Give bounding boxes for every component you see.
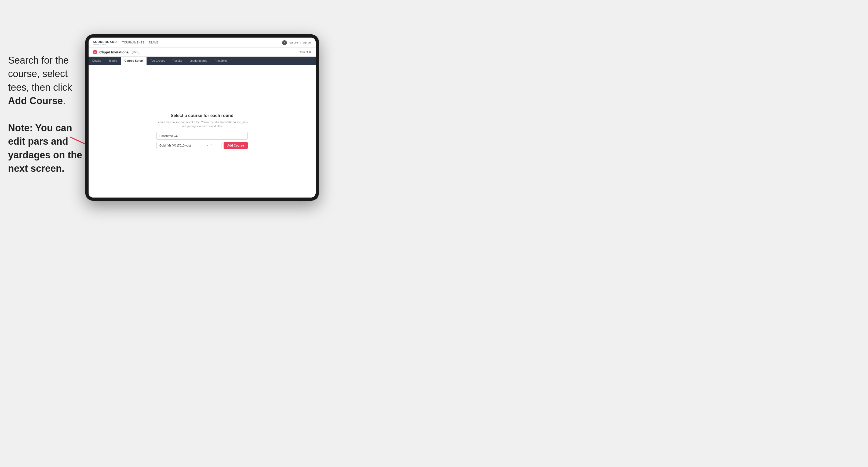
tab-details[interactable]: Details bbox=[89, 57, 105, 65]
tee-value: Gold (M) (M) (7010 yds) bbox=[159, 144, 191, 147]
annotation-block: Search for the course, select tees, then… bbox=[8, 54, 83, 176]
tablet-device: SCOREBOARD Powered by clippd TOURNAMENTS… bbox=[85, 34, 319, 201]
main-content: Select a course for each round Search fo… bbox=[89, 65, 316, 197]
tournament-header: C Clippd Invitational (Men) Cancel ✕ bbox=[89, 48, 316, 57]
tab-tee-groups[interactable]: Tee Groups bbox=[147, 57, 169, 65]
annotation-line1-end: . bbox=[63, 95, 65, 106]
tablet-screen: SCOREBOARD Powered by clippd TOURNAMENTS… bbox=[89, 38, 316, 197]
nav-separator: | bbox=[300, 41, 301, 44]
add-course-button[interactable]: Add Course bbox=[224, 142, 248, 149]
tab-results[interactable]: Results bbox=[169, 57, 186, 65]
tab-course-setup[interactable]: Course Setup bbox=[121, 57, 147, 65]
course-search-input[interactable] bbox=[156, 132, 248, 139]
annotation-line1: Search for the course, select tees, then… bbox=[8, 55, 72, 93]
tee-controls: ✕ ⌃⌄ bbox=[207, 144, 215, 147]
clippd-icon: C bbox=[93, 50, 97, 54]
cancel-button[interactable]: Cancel ✕ bbox=[299, 51, 311, 54]
logo-title: SCOREBOARD bbox=[93, 40, 117, 43]
tab-leaderboards[interactable]: Leaderboards bbox=[186, 57, 211, 65]
sub-navigation: Details Teams Course Setup Tee Groups Re… bbox=[89, 57, 316, 65]
annotation-bold1: Add Course bbox=[8, 95, 63, 106]
tee-arrow-icons: ⌃⌄ bbox=[210, 144, 215, 147]
user-name: Test User bbox=[288, 41, 299, 44]
nav-tournaments[interactable]: TOURNAMENTS bbox=[122, 41, 145, 44]
cancel-icon: ✕ bbox=[309, 51, 311, 54]
tee-clear-icon[interactable]: ✕ bbox=[207, 144, 209, 147]
logo-subtitle: Powered by clippd bbox=[93, 43, 117, 45]
top-navigation: SCOREBOARD Powered by clippd TOURNAMENTS… bbox=[89, 38, 316, 48]
tournament-title-area: C Clippd Invitational (Men) bbox=[93, 50, 139, 54]
tab-printables[interactable]: Printables bbox=[211, 57, 231, 65]
logo-area: SCOREBOARD Powered by clippd bbox=[93, 40, 117, 45]
cancel-label: Cancel bbox=[299, 51, 308, 54]
tournament-name: Clippd Invitational bbox=[99, 50, 130, 54]
annotation-note: Note: You can edit pars and yardages on … bbox=[8, 121, 83, 176]
nav-links: TOURNAMENTS TEAMS bbox=[122, 41, 282, 44]
nav-teams[interactable]: TEAMS bbox=[149, 41, 159, 44]
user-avatar: T bbox=[282, 40, 287, 45]
course-select-title: Select a course for each round bbox=[156, 113, 248, 118]
tee-select-display[interactable]: Gold (M) (M) (7010 yds) ✕ ⌃⌄ bbox=[156, 142, 221, 149]
tab-teams[interactable]: Teams bbox=[105, 57, 121, 65]
tee-select-row: Gold (M) (M) (7010 yds) ✕ ⌃⌄ Add Course bbox=[156, 142, 248, 149]
tournament-type: (Men) bbox=[132, 51, 140, 54]
nav-right: T Test User | Sign out bbox=[282, 40, 311, 45]
course-select-description: Search for a course and select a tee. Yo… bbox=[156, 120, 248, 128]
sign-out-link[interactable]: Sign out bbox=[303, 41, 311, 44]
course-select-box: Select a course for each round Search fo… bbox=[156, 113, 248, 149]
